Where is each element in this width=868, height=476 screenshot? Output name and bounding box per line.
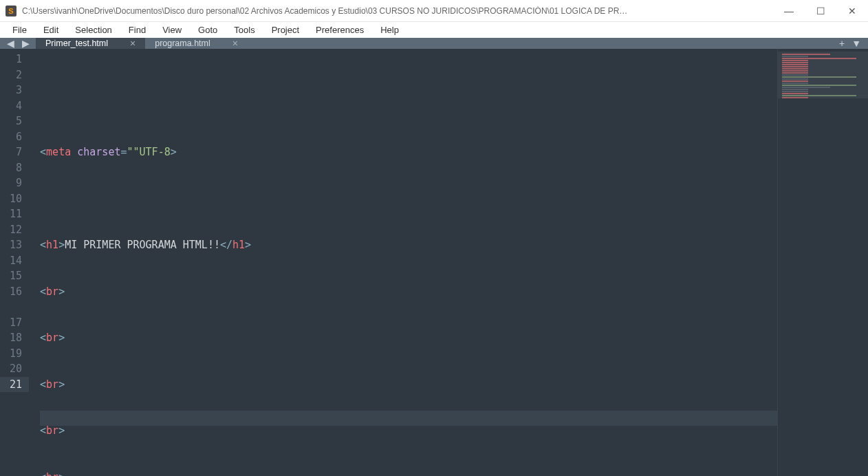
line-number: 3	[10, 83, 22, 98]
menu-project[interactable]: Project	[265, 22, 306, 38]
maximize-button[interactable]: ☐	[805, 0, 836, 22]
line-number: 20	[10, 361, 22, 377]
line-number: 19	[10, 346, 22, 362]
tab-primer-test[interactable]: Primer_test.html ×	[36, 38, 145, 49]
line-number: 2	[10, 67, 22, 83]
line-number: 7	[10, 144, 22, 160]
menu-help[interactable]: Help	[373, 22, 406, 38]
window-title: C:\Users\ivanh\OneDrive\Documentos\Disco…	[22, 6, 773, 16]
line-number: 6	[10, 129, 22, 145]
new-tab-icon[interactable]: +	[839, 38, 845, 49]
minimize-button[interactable]: —	[773, 0, 805, 22]
tab-nav: ◀ ▶	[0, 38, 36, 49]
line-gutter: 1 2 3 4 5 6 7 8 9 10 11 12 13 14 15 16 1…	[0, 49, 29, 476]
line-number: 8	[10, 160, 22, 176]
tab-next-icon[interactable]: ▶	[19, 38, 32, 49]
code-line: <meta charset=""UTF-8>	[40, 144, 777, 160]
code-line	[40, 191, 777, 207]
tab-label: Primer_test.html	[45, 39, 108, 48]
menu-tools[interactable]: Tools	[227, 22, 261, 38]
tab-label: programa.html	[155, 39, 210, 48]
line-number: 13	[10, 237, 22, 253]
menu-selection[interactable]: Selection	[68, 22, 118, 38]
tab-bar-controls: + ▼	[839, 38, 868, 49]
line-number: 15	[10, 268, 22, 284]
close-icon[interactable]: ×	[232, 38, 238, 49]
code-line: <br>	[40, 470, 777, 477]
tab-bar: ◀ ▶ Primer_test.html × programa.html × +…	[0, 38, 868, 49]
line-number	[10, 299, 22, 315]
window-controls: — ☐ ✕	[773, 0, 868, 22]
line-number: 17	[10, 315, 22, 331]
line-number: 1	[10, 52, 22, 67]
menu-find[interactable]: Find	[122, 22, 153, 38]
line-number: 10	[10, 191, 22, 207]
menu-view[interactable]: View	[155, 22, 188, 38]
editor: 1 2 3 4 5 6 7 8 9 10 11 12 13 14 15 16 1…	[0, 49, 868, 476]
code-line: <br>	[40, 284, 777, 300]
line-number-active: 21	[0, 377, 29, 393]
menu-preferences[interactable]: Preferences	[309, 22, 371, 38]
line-number: 14	[10, 253, 22, 269]
menu-edit[interactable]: Edit	[36, 22, 65, 38]
menu-bar: File Edit Selection Find View Goto Tools…	[0, 22, 868, 38]
app-icon: S	[6, 6, 17, 17]
code-area[interactable]: <meta charset=""UTF-8> <h1>MI PRIMER PRO…	[29, 49, 777, 476]
line-number: 5	[10, 113, 22, 129]
line-number: 4	[10, 98, 22, 114]
menu-goto[interactable]: Goto	[191, 22, 224, 38]
close-button[interactable]: ✕	[836, 0, 868, 22]
line-number: 9	[10, 175, 22, 191]
code-line: <br>	[40, 377, 777, 393]
window-titlebar: S C:\Users\ivanh\OneDrive\Documentos\Dis…	[0, 0, 868, 22]
tab-programa[interactable]: programa.html ×	[145, 38, 248, 49]
code-line: <br>	[40, 423, 777, 439]
line-number: 18	[10, 330, 22, 346]
code-line: <h1>MI PRIMER PROGRAMA HTML!!</h1>	[40, 237, 777, 253]
menu-file[interactable]: File	[6, 22, 34, 38]
line-number: 12	[10, 222, 22, 238]
close-icon[interactable]: ×	[130, 38, 135, 49]
tab-menu-icon[interactable]: ▼	[851, 38, 861, 49]
line-number: 16	[10, 284, 22, 300]
minimap[interactable]	[777, 49, 868, 476]
code-line: <br>	[40, 330, 777, 346]
line-number: 11	[10, 206, 22, 222]
tab-prev-icon[interactable]: ◀	[4, 38, 17, 49]
